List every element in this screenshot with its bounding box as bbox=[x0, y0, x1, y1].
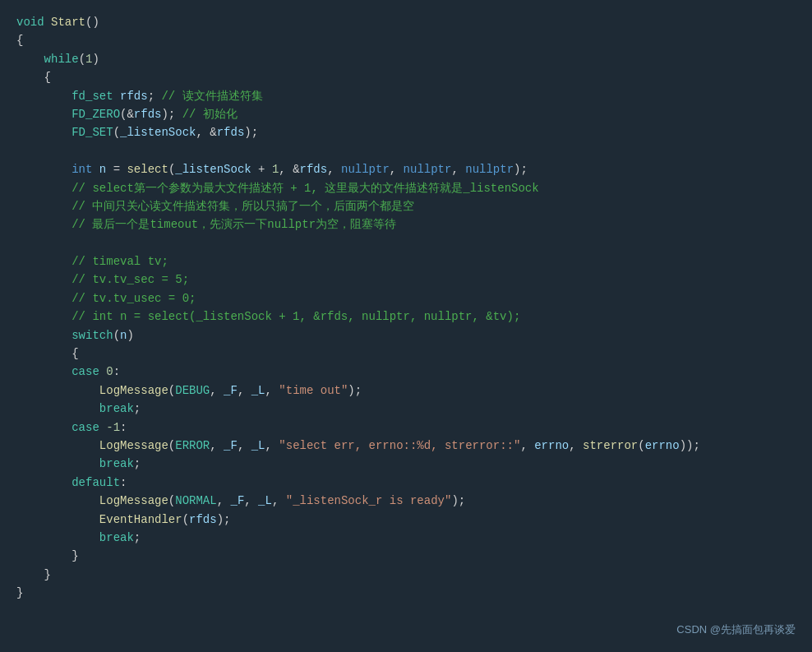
code-line: LogMessage(DEBUG, _F, _L, "time out"); bbox=[16, 381, 796, 400]
code-line: // timeval tv; bbox=[16, 252, 796, 271]
code-line: case -1: bbox=[16, 418, 796, 437]
code-line: fd_set rfds; // 读文件描述符集 bbox=[16, 87, 796, 105]
code-line: default: bbox=[16, 474, 796, 492]
code-line: // 中间只关心读文件描述符集，所以只搞了一个，后面两个都是空 bbox=[16, 197, 796, 215]
code-line: } bbox=[16, 566, 796, 584]
watermark: CSDN @先搞面包再谈爱 bbox=[676, 622, 796, 639]
code-line: void Start() bbox=[16, 13, 796, 31]
code-line: LogMessage(ERROR, _F, _L, "select err, e… bbox=[16, 437, 796, 455]
code-line: case 0: bbox=[16, 363, 796, 381]
code-line: switch(n) bbox=[16, 326, 796, 344]
code-line bbox=[16, 234, 796, 252]
code-line: } bbox=[16, 547, 796, 565]
code-line: // select第一个参数为最大文件描述符 + 1, 这里最大的文件描述符就是… bbox=[16, 179, 796, 197]
code-line: while(1) bbox=[16, 50, 796, 68]
code-line: LogMessage(NORMAL, _F, _L, "_listenSock_… bbox=[16, 492, 796, 510]
code-line: FD_SET(_listenSock, &rfds); bbox=[16, 123, 796, 141]
code-line: FD_ZERO(&rfds); // 初始化 bbox=[16, 105, 796, 123]
code-line: // int n = select(_listenSock + 1, &rfds… bbox=[16, 308, 796, 326]
code-line: break; bbox=[16, 400, 796, 418]
code-line: // tv.tv_usec = 0; bbox=[16, 289, 796, 308]
code-line: } bbox=[16, 584, 796, 602]
code-line: break; bbox=[16, 455, 796, 473]
code-block: void Start() { while(1) { fd_set rfds; /… bbox=[16, 13, 796, 603]
code-line: EventHandler(rfds); bbox=[16, 511, 796, 529]
code-line bbox=[16, 142, 796, 160]
code-container: void Start() { while(1) { fd_set rfds; /… bbox=[0, 0, 812, 652]
code-line: break; bbox=[16, 529, 796, 547]
code-line: // 最后一个是timeout，先演示一下nullptr为空，阻塞等待 bbox=[16, 215, 796, 234]
code-line: // tv.tv_sec = 5; bbox=[16, 271, 796, 289]
code-line: { bbox=[16, 31, 796, 49]
code-line: int n = select(_listenSock + 1, &rfds, n… bbox=[16, 160, 796, 178]
code-line: { bbox=[16, 68, 796, 86]
code-line: { bbox=[16, 344, 796, 363]
